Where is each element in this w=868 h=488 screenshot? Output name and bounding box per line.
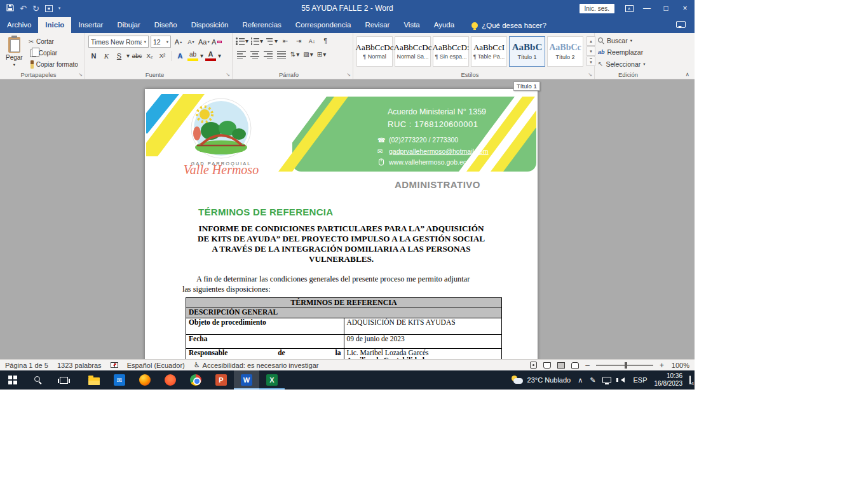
style-card-normal[interactable]: AaBbCcDc¶ Normal	[356, 36, 393, 67]
align-left-button[interactable]	[236, 49, 247, 60]
tab-vista[interactable]: Vista	[397, 17, 426, 33]
style-card-titulo-1[interactable]: AaBbCTítulo 1	[509, 36, 545, 67]
tab-correspondencia[interactable]: Correspondencia	[288, 17, 358, 33]
web-layout-button[interactable]	[571, 362, 579, 369]
page-indicator[interactable]: Página 1 de 5	[5, 362, 48, 369]
paste-button[interactable]: Pegar ▾	[3, 36, 25, 69]
align-right-button[interactable]	[262, 49, 274, 60]
accessibility-status[interactable]: ♿ Accesibilidad: es necesario investigar	[194, 361, 319, 369]
bold-button[interactable]: N	[88, 50, 99, 61]
styles-more-button[interactable]: ▾	[587, 57, 595, 66]
tab-ayuda[interactable]: Ayuda	[427, 17, 461, 33]
chrome-button[interactable]	[183, 370, 208, 390]
shading-button[interactable]: ▨▾	[302, 49, 314, 60]
show-marks-button[interactable]: ¶	[320, 36, 331, 46]
zoom-in-button[interactable]: +	[660, 362, 664, 369]
save-button[interactable]	[6, 3, 14, 14]
proofing-status-icon[interactable]	[111, 362, 118, 368]
word-count[interactable]: 1323 palabras	[57, 362, 102, 369]
find-button[interactable]: Buscar▾	[598, 36, 646, 46]
brave-button[interactable]	[158, 370, 183, 390]
collapse-ribbon-button[interactable]: ∧	[685, 71, 689, 78]
action-center-button[interactable]: 4	[689, 376, 691, 384]
font-size-combo[interactable]: 12▾	[151, 36, 171, 48]
grow-font-button[interactable]: A▴	[173, 36, 184, 47]
powerpoint-button[interactable]: P	[208, 370, 234, 390]
close-button[interactable]: ×	[675, 0, 695, 17]
document-header-image[interactable]: GAD PARROQUIAL Valle Hermoso Acuerdo Min…	[146, 94, 536, 175]
document-page[interactable]: GAD PARROQUIAL Valle Hermoso Acuerdo Min…	[145, 89, 538, 359]
style-card-sin-espaciado[interactable]: AaBbCcD:¶ Sin espa...	[433, 36, 469, 67]
decrease-indent-button[interactable]: ⇤	[280, 36, 291, 46]
zoom-slider[interactable]	[596, 365, 653, 366]
style-card-table-paragraph[interactable]: AaBbCcI¶ Table Pa...	[471, 36, 507, 67]
clear-formatting-button[interactable]: A	[212, 36, 222, 47]
highlight-color-button[interactable]: ab	[187, 50, 198, 61]
undo-button[interactable]: ↶	[20, 4, 27, 13]
line-spacing-button[interactable]: ⇅▾	[289, 49, 301, 60]
start-button[interactable]	[0, 370, 25, 390]
ribbon-display-options-button[interactable]: ∧	[621, 0, 637, 17]
sort-button[interactable]: A↓	[306, 36, 318, 46]
tray-overflow-button[interactable]: ∧	[578, 377, 583, 384]
bullets-button[interactable]: ▾	[236, 36, 248, 46]
feedback-icon[interactable]	[676, 21, 686, 28]
tab-inicio[interactable]: Inicio	[38, 17, 71, 33]
increase-indent-button[interactable]: ⇥	[293, 36, 304, 46]
format-painter-button[interactable]: Copiar formato	[29, 59, 78, 69]
print-layout-button[interactable]	[557, 362, 565, 369]
focus-mode-icon[interactable]	[530, 362, 537, 369]
tab-revisar[interactable]: Revisar	[358, 17, 397, 33]
tab-dibujar[interactable]: Dibujar	[110, 17, 147, 33]
taskbar-search-button[interactable]	[25, 370, 51, 390]
numbering-button[interactable]: ▾	[250, 36, 263, 46]
chevron-down-icon[interactable]: ▾	[126, 52, 130, 59]
borders-button[interactable]: ⊞▾	[316, 49, 327, 60]
subscript-button[interactable]: X₂	[144, 50, 155, 61]
justify-button[interactable]	[276, 49, 287, 60]
dialog-launcher-icon[interactable]: ↘	[226, 72, 230, 78]
font-color-button[interactable]: A	[205, 50, 216, 61]
styles-scroll-up-button[interactable]: ▴	[587, 36, 595, 46]
firefox-button[interactable]	[132, 370, 158, 390]
dialog-launcher-icon[interactable]: ↘	[78, 72, 83, 78]
maximize-button[interactable]: □	[656, 0, 675, 17]
tab-archivo[interactable]: Archivo	[0, 17, 38, 33]
shrink-font-button[interactable]: A▾	[186, 36, 196, 47]
taskbar-clock[interactable]: 10:36 16/8/2023	[654, 372, 683, 388]
word-taskbar-button[interactable]: W	[234, 370, 259, 390]
change-case-button[interactable]: Aa▾	[198, 36, 210, 47]
zoom-out-button[interactable]: –	[585, 362, 590, 369]
volume-tray-icon[interactable]	[618, 377, 625, 383]
mail-app-button[interactable]: ✉	[107, 370, 132, 390]
network-tray-icon[interactable]	[602, 377, 611, 383]
style-card-titulo-2[interactable]: AaBbCcTítulo 2	[547, 36, 583, 67]
tab-disposicion[interactable]: Disposición	[184, 17, 236, 33]
sign-in-button[interactable]: Inic. ses.	[580, 4, 614, 13]
cut-button[interactable]: ✂Cortar	[29, 37, 78, 47]
copy-button[interactable]: Copiar	[29, 48, 78, 58]
redo-button[interactable]: ↻	[32, 4, 39, 13]
chevron-down-icon[interactable]: ▾	[200, 52, 203, 59]
excel-taskbar-button[interactable]: X	[259, 370, 285, 390]
weather-widget[interactable]: 23°C Nublado	[511, 376, 571, 384]
dialog-launcher-icon[interactable]: ↘	[588, 72, 592, 78]
strikethrough-button[interactable]: abc	[132, 50, 142, 61]
keyboard-language-indicator[interactable]: ESP	[633, 376, 647, 384]
styles-scroll-down-button[interactable]: ▾	[587, 46, 595, 56]
task-view-button[interactable]	[51, 370, 76, 390]
superscript-button[interactable]: X²	[157, 50, 168, 61]
minimize-button[interactable]: —	[637, 0, 656, 17]
read-mode-button[interactable]	[543, 362, 551, 369]
file-explorer-button[interactable]	[81, 370, 107, 390]
dialog-launcher-icon[interactable]: ↘	[346, 72, 351, 78]
style-card-normal-sa[interactable]: AaBbCcDcNormal Sa...	[395, 36, 431, 67]
text-effects-button[interactable]: A	[175, 50, 186, 61]
pen-tray-icon[interactable]: ✎	[590, 377, 595, 384]
zoom-level[interactable]: 100%	[670, 362, 689, 369]
align-center-button[interactable]	[249, 49, 261, 60]
underline-button[interactable]: S	[114, 50, 125, 61]
select-button[interactable]: ↖Seleccionar▾	[598, 59, 646, 69]
tab-diseno[interactable]: Diseño	[147, 17, 184, 33]
replace-button[interactable]: abReemplazar	[598, 47, 646, 57]
